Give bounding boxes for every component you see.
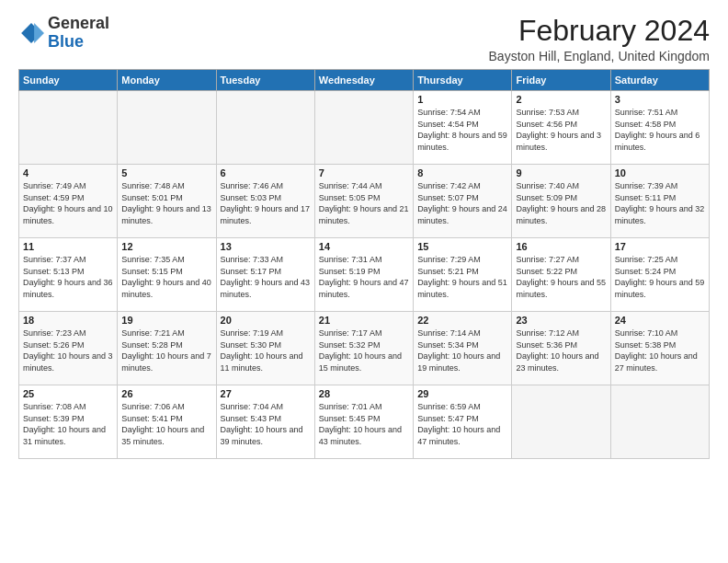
day-cell: 26Sunrise: 7:06 AMSunset: 5:41 PMDayligh… xyxy=(118,385,216,459)
week-row-1: 4Sunrise: 7:49 AMSunset: 4:59 PMDaylight… xyxy=(19,165,710,238)
logo-icon xyxy=(18,20,44,46)
header-cell-friday: Friday xyxy=(512,70,610,91)
day-number: 23 xyxy=(516,315,606,326)
day-number: 28 xyxy=(319,388,409,399)
day-cell: 1Sunrise: 7:54 AMSunset: 4:54 PMDaylight… xyxy=(414,91,512,165)
day-cell: 5Sunrise: 7:48 AMSunset: 5:01 PMDaylight… xyxy=(118,165,216,238)
day-info: Sunrise: 7:42 AMSunset: 5:07 PMDaylight:… xyxy=(417,180,507,226)
day-number: 17 xyxy=(615,241,705,252)
day-info: Sunrise: 7:23 AMSunset: 5:26 PMDaylight:… xyxy=(23,327,113,373)
location-title: Bayston Hill, England, United Kingdom xyxy=(489,49,710,63)
day-number: 20 xyxy=(221,315,311,326)
day-cell: 22Sunrise: 7:14 AMSunset: 5:34 PMDayligh… xyxy=(414,312,512,385)
day-number: 15 xyxy=(417,241,507,252)
day-cell xyxy=(314,91,413,165)
week-row-3: 18Sunrise: 7:23 AMSunset: 5:26 PMDayligh… xyxy=(19,312,710,385)
day-info: Sunrise: 7:54 AMSunset: 4:54 PMDaylight:… xyxy=(417,107,507,153)
day-info: Sunrise: 7:39 AMSunset: 5:11 PMDaylight:… xyxy=(615,180,705,226)
header-cell-monday: Monday xyxy=(118,70,216,91)
day-number: 10 xyxy=(615,167,705,178)
day-cell: 20Sunrise: 7:19 AMSunset: 5:30 PMDayligh… xyxy=(216,312,314,385)
day-number: 2 xyxy=(516,94,606,105)
day-cell: 12Sunrise: 7:35 AMSunset: 5:15 PMDayligh… xyxy=(118,238,216,312)
day-cell: 15Sunrise: 7:29 AMSunset: 5:21 PMDayligh… xyxy=(414,238,512,312)
day-number: 16 xyxy=(516,241,606,252)
day-info: Sunrise: 7:21 AMSunset: 5:28 PMDaylight:… xyxy=(121,327,211,373)
day-cell: 25Sunrise: 7:08 AMSunset: 5:39 PMDayligh… xyxy=(19,385,118,459)
header-cell-wednesday: Wednesday xyxy=(314,70,413,91)
day-number: 21 xyxy=(319,315,409,326)
day-number: 18 xyxy=(23,315,113,326)
day-cell: 8Sunrise: 7:42 AMSunset: 5:07 PMDaylight… xyxy=(414,165,512,238)
day-cell: 7Sunrise: 7:44 AMSunset: 5:05 PMDaylight… xyxy=(314,165,413,238)
day-number: 6 xyxy=(221,167,311,178)
day-info: Sunrise: 7:40 AMSunset: 5:09 PMDaylight:… xyxy=(516,180,606,226)
calendar-header: SundayMondayTuesdayWednesdayThursdayFrid… xyxy=(19,70,710,91)
day-cell xyxy=(610,385,709,459)
month-title: February 2024 xyxy=(489,15,710,47)
header-area: General Blue February 2024 Bayston Hill,… xyxy=(18,15,710,63)
day-number: 25 xyxy=(23,388,113,399)
day-cell xyxy=(216,91,314,165)
day-info: Sunrise: 7:08 AMSunset: 5:39 PMDaylight:… xyxy=(23,401,113,447)
day-info: Sunrise: 7:06 AMSunset: 5:41 PMDaylight:… xyxy=(121,401,211,447)
day-cell: 27Sunrise: 7:04 AMSunset: 5:43 PMDayligh… xyxy=(216,385,314,459)
day-info: Sunrise: 7:48 AMSunset: 5:01 PMDaylight:… xyxy=(121,180,211,226)
day-cell: 24Sunrise: 7:10 AMSunset: 5:38 PMDayligh… xyxy=(610,312,709,385)
day-number: 9 xyxy=(516,167,606,178)
svg-marker-1 xyxy=(34,23,44,43)
page: General Blue February 2024 Bayston Hill,… xyxy=(0,0,728,563)
header-cell-thursday: Thursday xyxy=(414,70,512,91)
day-info: Sunrise: 7:35 AMSunset: 5:15 PMDaylight:… xyxy=(121,254,211,300)
day-info: Sunrise: 7:31 AMSunset: 5:19 PMDaylight:… xyxy=(319,254,409,300)
day-info: Sunrise: 7:53 AMSunset: 4:56 PMDaylight:… xyxy=(516,107,606,153)
day-info: Sunrise: 6:59 AMSunset: 5:47 PMDaylight:… xyxy=(417,401,507,447)
calendar-body: 1Sunrise: 7:54 AMSunset: 4:54 PMDaylight… xyxy=(19,91,710,459)
day-info: Sunrise: 7:19 AMSunset: 5:30 PMDaylight:… xyxy=(221,327,311,373)
day-number: 19 xyxy=(121,315,211,326)
day-cell: 10Sunrise: 7:39 AMSunset: 5:11 PMDayligh… xyxy=(610,165,709,238)
day-cell: 23Sunrise: 7:12 AMSunset: 5:36 PMDayligh… xyxy=(512,312,610,385)
day-number: 7 xyxy=(319,167,409,178)
day-cell: 29Sunrise: 6:59 AMSunset: 5:47 PMDayligh… xyxy=(414,385,512,459)
day-number: 5 xyxy=(121,167,211,178)
logo: General Blue xyxy=(18,15,109,52)
header-cell-saturday: Saturday xyxy=(610,70,709,91)
day-number: 11 xyxy=(23,241,113,252)
day-number: 26 xyxy=(121,388,211,399)
day-cell: 11Sunrise: 7:37 AMSunset: 5:13 PMDayligh… xyxy=(19,238,118,312)
day-info: Sunrise: 7:10 AMSunset: 5:38 PMDaylight:… xyxy=(615,327,705,373)
day-number: 8 xyxy=(417,167,507,178)
day-info: Sunrise: 7:46 AMSunset: 5:03 PMDaylight:… xyxy=(221,180,311,226)
day-cell: 4Sunrise: 7:49 AMSunset: 4:59 PMDaylight… xyxy=(19,165,118,238)
day-number: 1 xyxy=(417,94,507,105)
header-row: SundayMondayTuesdayWednesdayThursdayFrid… xyxy=(19,70,710,91)
day-number: 4 xyxy=(23,167,113,178)
day-number: 29 xyxy=(417,388,507,399)
day-number: 22 xyxy=(417,315,507,326)
day-cell: 28Sunrise: 7:01 AMSunset: 5:45 PMDayligh… xyxy=(314,385,413,459)
day-cell: 21Sunrise: 7:17 AMSunset: 5:32 PMDayligh… xyxy=(314,312,413,385)
calendar-table: SundayMondayTuesdayWednesdayThursdayFrid… xyxy=(18,69,710,459)
day-info: Sunrise: 7:12 AMSunset: 5:36 PMDaylight:… xyxy=(516,327,606,373)
day-info: Sunrise: 7:51 AMSunset: 4:58 PMDaylight:… xyxy=(615,107,705,153)
day-number: 24 xyxy=(615,315,705,326)
day-number: 12 xyxy=(121,241,211,252)
day-cell xyxy=(512,385,610,459)
day-cell: 14Sunrise: 7:31 AMSunset: 5:19 PMDayligh… xyxy=(314,238,413,312)
day-info: Sunrise: 7:14 AMSunset: 5:34 PMDaylight:… xyxy=(417,327,507,373)
day-number: 14 xyxy=(319,241,409,252)
day-info: Sunrise: 7:29 AMSunset: 5:21 PMDaylight:… xyxy=(417,254,507,300)
day-number: 3 xyxy=(615,94,705,105)
day-cell: 13Sunrise: 7:33 AMSunset: 5:17 PMDayligh… xyxy=(216,238,314,312)
week-row-0: 1Sunrise: 7:54 AMSunset: 4:54 PMDaylight… xyxy=(19,91,710,165)
header-cell-tuesday: Tuesday xyxy=(216,70,314,91)
day-cell: 17Sunrise: 7:25 AMSunset: 5:24 PMDayligh… xyxy=(610,238,709,312)
day-cell: 18Sunrise: 7:23 AMSunset: 5:26 PMDayligh… xyxy=(19,312,118,385)
day-info: Sunrise: 7:44 AMSunset: 5:05 PMDaylight:… xyxy=(319,180,409,226)
day-info: Sunrise: 7:27 AMSunset: 5:22 PMDaylight:… xyxy=(516,254,606,300)
day-cell xyxy=(118,91,216,165)
day-cell: 16Sunrise: 7:27 AMSunset: 5:22 PMDayligh… xyxy=(512,238,610,312)
week-row-2: 11Sunrise: 7:37 AMSunset: 5:13 PMDayligh… xyxy=(19,238,710,312)
day-info: Sunrise: 7:04 AMSunset: 5:43 PMDaylight:… xyxy=(221,401,311,447)
